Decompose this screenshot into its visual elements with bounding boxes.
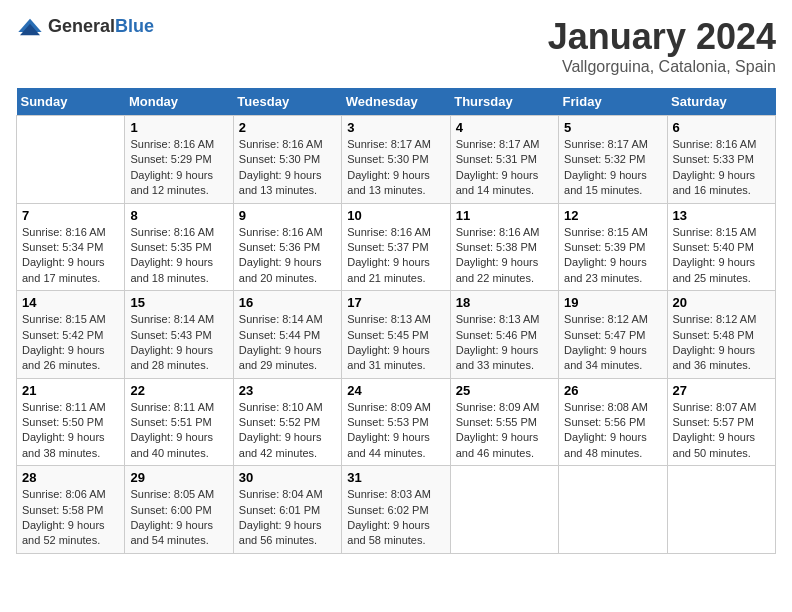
day-info-line: and 36 minutes. (673, 358, 770, 373)
day-info-line: Daylight: 9 hours (22, 255, 119, 270)
day-info-line: Sunset: 5:58 PM (22, 503, 119, 518)
day-info-line: Sunrise: 8:16 AM (347, 225, 444, 240)
calendar-cell: 25Sunrise: 8:09 AMSunset: 5:55 PMDayligh… (450, 378, 558, 466)
day-info-line: Sunset: 5:39 PM (564, 240, 661, 255)
day-info: Sunrise: 8:16 AMSunset: 5:38 PMDaylight:… (456, 225, 553, 287)
day-info-line: Daylight: 9 hours (239, 255, 336, 270)
day-info-line: Sunrise: 8:15 AM (564, 225, 661, 240)
day-info-line: Sunrise: 8:16 AM (22, 225, 119, 240)
calendar-cell: 14Sunrise: 8:15 AMSunset: 5:42 PMDayligh… (17, 291, 125, 379)
day-info-line: Daylight: 9 hours (564, 343, 661, 358)
calendar-cell: 2Sunrise: 8:16 AMSunset: 5:30 PMDaylight… (233, 116, 341, 204)
day-info-line: Daylight: 9 hours (22, 343, 119, 358)
day-info-line: Sunset: 5:38 PM (456, 240, 553, 255)
calendar-cell: 21Sunrise: 8:11 AMSunset: 5:50 PMDayligh… (17, 378, 125, 466)
day-info-line: and 14 minutes. (456, 183, 553, 198)
day-info: Sunrise: 8:15 AMSunset: 5:39 PMDaylight:… (564, 225, 661, 287)
day-info-line: Sunset: 5:55 PM (456, 415, 553, 430)
calendar-cell: 27Sunrise: 8:07 AMSunset: 5:57 PMDayligh… (667, 378, 775, 466)
day-info: Sunrise: 8:04 AMSunset: 6:01 PMDaylight:… (239, 487, 336, 549)
day-info-line: and 33 minutes. (456, 358, 553, 373)
day-number: 18 (456, 295, 553, 310)
day-number: 16 (239, 295, 336, 310)
weekday-header-friday: Friday (559, 88, 667, 116)
day-info-line: Daylight: 9 hours (239, 343, 336, 358)
day-info-line: Sunset: 5:33 PM (673, 152, 770, 167)
day-info-line: Daylight: 9 hours (456, 168, 553, 183)
day-info-line: and 29 minutes. (239, 358, 336, 373)
day-info: Sunrise: 8:17 AMSunset: 5:32 PMDaylight:… (564, 137, 661, 199)
calendar-cell: 23Sunrise: 8:10 AMSunset: 5:52 PMDayligh… (233, 378, 341, 466)
header: GeneralBlue January 2024 Vallgorguina, C… (16, 16, 776, 76)
day-number: 9 (239, 208, 336, 223)
calendar-cell: 1Sunrise: 8:16 AMSunset: 5:29 PMDaylight… (125, 116, 233, 204)
calendar-cell: 30Sunrise: 8:04 AMSunset: 6:01 PMDayligh… (233, 466, 341, 554)
calendar-cell: 11Sunrise: 8:16 AMSunset: 5:38 PMDayligh… (450, 203, 558, 291)
day-info-line: Sunrise: 8:09 AM (347, 400, 444, 415)
day-info-line: Daylight: 9 hours (239, 430, 336, 445)
day-number: 28 (22, 470, 119, 485)
weekday-header-row: SundayMondayTuesdayWednesdayThursdayFrid… (17, 88, 776, 116)
day-info-line: Sunset: 5:53 PM (347, 415, 444, 430)
day-info-line: and 21 minutes. (347, 271, 444, 286)
calendar-cell: 4Sunrise: 8:17 AMSunset: 5:31 PMDaylight… (450, 116, 558, 204)
day-info-line: and 38 minutes. (22, 446, 119, 461)
calendar-cell: 18Sunrise: 8:13 AMSunset: 5:46 PMDayligh… (450, 291, 558, 379)
day-number: 2 (239, 120, 336, 135)
calendar-cell (450, 466, 558, 554)
day-info-line: Sunrise: 8:11 AM (130, 400, 227, 415)
calendar-cell: 24Sunrise: 8:09 AMSunset: 5:53 PMDayligh… (342, 378, 450, 466)
day-info-line: Sunset: 5:40 PM (673, 240, 770, 255)
day-info-line: and 34 minutes. (564, 358, 661, 373)
day-info-line: Sunset: 5:36 PM (239, 240, 336, 255)
subtitle: Vallgorguina, Catalonia, Spain (548, 58, 776, 76)
day-info-line: and 22 minutes. (456, 271, 553, 286)
day-number: 8 (130, 208, 227, 223)
day-info-line: Sunrise: 8:16 AM (239, 137, 336, 152)
day-info: Sunrise: 8:11 AMSunset: 5:50 PMDaylight:… (22, 400, 119, 462)
day-number: 24 (347, 383, 444, 398)
calendar-cell (667, 466, 775, 554)
day-info-line: Daylight: 9 hours (673, 343, 770, 358)
day-info-line: and 16 minutes. (673, 183, 770, 198)
day-info-line: Daylight: 9 hours (673, 255, 770, 270)
day-info-line: and 12 minutes. (130, 183, 227, 198)
calendar-cell: 12Sunrise: 8:15 AMSunset: 5:39 PMDayligh… (559, 203, 667, 291)
calendar-cell: 3Sunrise: 8:17 AMSunset: 5:30 PMDaylight… (342, 116, 450, 204)
day-number: 23 (239, 383, 336, 398)
day-info-line: Daylight: 9 hours (130, 430, 227, 445)
day-number: 17 (347, 295, 444, 310)
day-number: 12 (564, 208, 661, 223)
day-number: 21 (22, 383, 119, 398)
day-info-line: Daylight: 9 hours (456, 343, 553, 358)
calendar-cell: 31Sunrise: 8:03 AMSunset: 6:02 PMDayligh… (342, 466, 450, 554)
day-info-line: and 56 minutes. (239, 533, 336, 548)
day-number: 22 (130, 383, 227, 398)
weekday-header-sunday: Sunday (17, 88, 125, 116)
day-info-line: Sunrise: 8:13 AM (456, 312, 553, 327)
day-number: 4 (456, 120, 553, 135)
day-info-line: and 50 minutes. (673, 446, 770, 461)
day-info-line: Sunrise: 8:04 AM (239, 487, 336, 502)
weekday-header-monday: Monday (125, 88, 233, 116)
day-info-line: Sunrise: 8:07 AM (673, 400, 770, 415)
day-info-line: Daylight: 9 hours (130, 518, 227, 533)
day-info-line: Sunrise: 8:16 AM (239, 225, 336, 240)
day-number: 10 (347, 208, 444, 223)
day-info-line: Sunrise: 8:16 AM (130, 225, 227, 240)
day-info-line: Sunrise: 8:13 AM (347, 312, 444, 327)
calendar-week-row: 21Sunrise: 8:11 AMSunset: 5:50 PMDayligh… (17, 378, 776, 466)
day-number: 1 (130, 120, 227, 135)
calendar-cell: 29Sunrise: 8:05 AMSunset: 6:00 PMDayligh… (125, 466, 233, 554)
day-info-line: and 13 minutes. (347, 183, 444, 198)
day-number: 3 (347, 120, 444, 135)
day-info-line: Sunset: 5:52 PM (239, 415, 336, 430)
calendar-cell: 8Sunrise: 8:16 AMSunset: 5:35 PMDaylight… (125, 203, 233, 291)
day-info-line: Daylight: 9 hours (130, 255, 227, 270)
day-info: Sunrise: 8:12 AMSunset: 5:47 PMDaylight:… (564, 312, 661, 374)
day-info-line: Sunset: 5:31 PM (456, 152, 553, 167)
day-info-line: and 20 minutes. (239, 271, 336, 286)
day-info: Sunrise: 8:09 AMSunset: 5:53 PMDaylight:… (347, 400, 444, 462)
day-info-line: and 28 minutes. (130, 358, 227, 373)
day-info: Sunrise: 8:16 AMSunset: 5:36 PMDaylight:… (239, 225, 336, 287)
